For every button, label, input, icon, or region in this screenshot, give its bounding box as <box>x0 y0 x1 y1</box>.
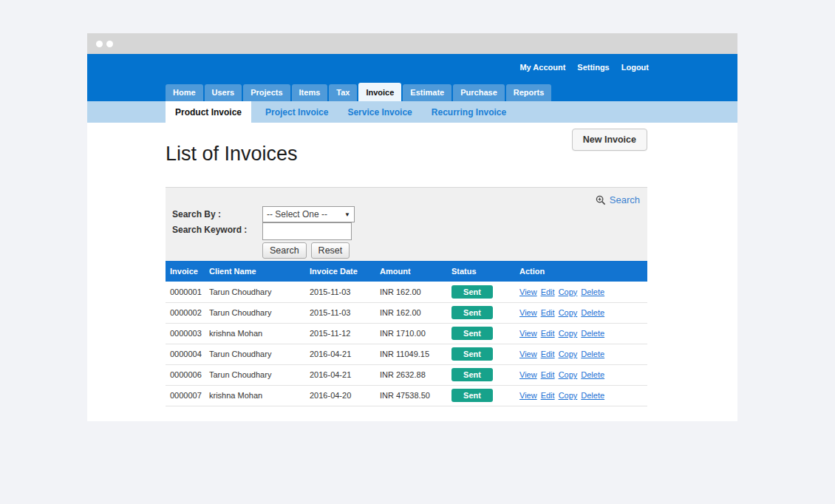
reset-button[interactable]: Reset <box>311 242 350 259</box>
tab-home[interactable]: Home <box>166 84 203 101</box>
invoice-date-cell: 2016-04-21 <box>305 344 375 364</box>
column-header-amount: Amount <box>375 261 447 282</box>
amount-cell: INR 47538.50 <box>375 385 447 406</box>
chevron-down-icon: ▼ <box>344 211 350 218</box>
main-nav: HomeUsersProjectsItemsTaxInvoiceEstimate… <box>166 83 551 101</box>
client-name-cell: Tarun Choudhary <box>205 344 305 364</box>
status-cell: Sent <box>447 385 515 406</box>
app-window: My Account Settings Logout HomeUsersProj… <box>87 33 737 421</box>
search-toggle-label: Search <box>610 194 640 205</box>
action-cell: ViewEditCopyDelete <box>515 385 647 406</box>
tab-reports[interactable]: Reports <box>506 84 552 101</box>
status-cell: Sent <box>447 302 515 323</box>
copy-link[interactable]: Copy <box>559 308 578 317</box>
status-cell: Sent <box>447 344 515 364</box>
search-panel: Search Search By : -- Select One -- ▼ Se… <box>166 187 647 261</box>
table-row: 0000001 Tarun Choudhary 2015-11-03 INR 1… <box>166 282 647 302</box>
copy-link[interactable]: Copy <box>559 370 578 379</box>
delete-link[interactable]: Delete <box>581 391 604 400</box>
invoice-number-cell: 0000007 <box>166 385 205 406</box>
copy-link[interactable]: Copy <box>559 329 578 338</box>
copy-link[interactable]: Copy <box>559 287 578 296</box>
window-control-dot[interactable] <box>96 41 103 47</box>
edit-link[interactable]: Edit <box>541 308 555 317</box>
delete-link[interactable]: Delete <box>581 329 604 338</box>
view-link[interactable]: View <box>519 350 537 358</box>
view-link[interactable]: View <box>519 391 537 400</box>
column-header-client-name: Client Name <box>205 261 305 282</box>
invoice-date-cell: 2016-04-21 <box>305 364 375 385</box>
subtab-product-invoice[interactable]: Product Invoice <box>166 101 251 123</box>
status-badge: Sent <box>451 389 493 402</box>
table-header-row: InvoiceClient NameInvoice DateAmountStat… <box>166 261 647 282</box>
search-button[interactable]: Search <box>262 242 307 259</box>
action-cell: ViewEditCopyDelete <box>515 364 647 385</box>
invoice-date-cell: 2015-11-03 <box>305 302 375 323</box>
invoice-number-cell: 0000003 <box>166 323 205 344</box>
invoice-number-cell: 0000006 <box>166 364 205 385</box>
search-by-select[interactable]: -- Select One -- ▼ <box>262 206 355 222</box>
page-title: List of Invoices <box>166 143 298 166</box>
status-badge: Sent <box>451 368 493 381</box>
content-area: New Invoice List of Invoices Search Sear… <box>87 123 737 421</box>
select-value: -- Select One -- <box>267 209 327 219</box>
column-header-invoice-date: Invoice Date <box>305 261 375 282</box>
view-link[interactable]: View <box>519 287 537 296</box>
subtab-recurring-invoice[interactable]: Recurring Invoice <box>425 101 513 123</box>
delete-link[interactable]: Delete <box>581 370 604 379</box>
invoice-number-cell: 0000001 <box>166 282 205 302</box>
tab-items[interactable]: Items <box>292 84 328 101</box>
action-cell: ViewEditCopyDelete <box>515 323 647 344</box>
tab-purchase[interactable]: Purchase <box>453 84 505 101</box>
view-link[interactable]: View <box>519 370 537 379</box>
edit-link[interactable]: Edit <box>541 391 555 400</box>
window-control-dot[interactable] <box>106 41 113 47</box>
edit-link[interactable]: Edit <box>541 350 555 358</box>
account-links: My Account Settings Logout <box>519 63 649 72</box>
amount-cell: INR 2632.88 <box>375 364 447 385</box>
status-cell: Sent <box>447 364 515 385</box>
my-account-link[interactable]: My Account <box>519 63 565 72</box>
search-keyword-input[interactable] <box>262 222 352 240</box>
column-header-action: Action <box>515 261 647 282</box>
amount-cell: INR 11049.15 <box>375 344 447 364</box>
client-name-cell: krishna Mohan <box>205 385 305 406</box>
action-cell: ViewEditCopyDelete <box>515 344 647 364</box>
tab-estimate[interactable]: Estimate <box>403 84 451 101</box>
search-toggle[interactable]: Search <box>596 194 640 205</box>
edit-link[interactable]: Edit <box>541 329 555 338</box>
status-badge: Sent <box>451 306 493 319</box>
table-row: 0000004 Tarun Choudhary 2016-04-21 INR 1… <box>166 344 647 364</box>
tab-tax[interactable]: Tax <box>329 84 357 101</box>
invoice-table: InvoiceClient NameInvoice DateAmountStat… <box>166 261 647 406</box>
delete-link[interactable]: Delete <box>581 308 604 317</box>
tab-projects[interactable]: Projects <box>243 84 290 101</box>
copy-link[interactable]: Copy <box>559 391 578 400</box>
action-cell: ViewEditCopyDelete <box>515 302 647 323</box>
table-row: 0000006 Tarun Choudhary 2016-04-21 INR 2… <box>166 364 647 385</box>
client-name-cell: Tarun Choudhary <box>205 282 305 302</box>
column-header-status: Status <box>447 261 515 282</box>
tab-users[interactable]: Users <box>205 84 242 101</box>
copy-link[interactable]: Copy <box>559 350 578 358</box>
view-link[interactable]: View <box>519 329 537 338</box>
search-by-label: Search By : <box>172 209 221 219</box>
invoice-date-cell: 2015-11-12 <box>305 323 375 344</box>
status-badge: Sent <box>451 285 493 299</box>
settings-link[interactable]: Settings <box>577 63 609 72</box>
search-panel-buttons: Search Reset <box>262 242 350 259</box>
tab-invoice[interactable]: Invoice <box>358 83 401 101</box>
view-link[interactable]: View <box>519 308 537 317</box>
client-name-cell: Tarun Choudhary <box>205 302 305 323</box>
delete-link[interactable]: Delete <box>581 350 604 358</box>
new-invoice-button[interactable]: New Invoice <box>572 129 647 151</box>
table-row: 0000007 krishna Mohan 2016-04-20 INR 475… <box>166 385 647 406</box>
delete-link[interactable]: Delete <box>581 287 604 296</box>
subtab-service-invoice[interactable]: Service Invoice <box>341 101 418 123</box>
edit-link[interactable]: Edit <box>541 287 555 296</box>
app-header: My Account Settings Logout HomeUsersProj… <box>87 54 737 101</box>
subtab-project-invoice[interactable]: Project Invoice <box>259 101 335 123</box>
logout-link[interactable]: Logout <box>621 63 649 72</box>
table-row: 0000002 Tarun Choudhary 2015-11-03 INR 1… <box>166 302 647 323</box>
edit-link[interactable]: Edit <box>541 370 555 379</box>
